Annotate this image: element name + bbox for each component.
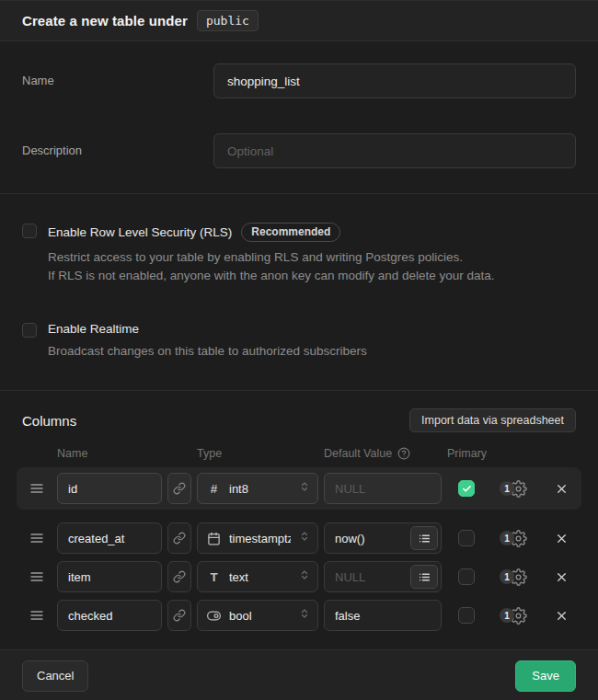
chevron-up-down-icon (299, 531, 310, 545)
column-default-input (325, 474, 441, 503)
column-type-select[interactable]: T text (197, 561, 318, 592)
primary-key-checkbox[interactable] (458, 568, 475, 585)
remove-column-icon[interactable] (555, 570, 569, 584)
rls-toggle-group: Enable Row Level Security (RLS) Recommen… (22, 223, 576, 285)
chevron-up-down-icon (299, 608, 310, 623)
realtime-label: Enable Realtime (48, 322, 139, 336)
column-row-item: T text 1 (22, 557, 576, 596)
chevron-up-down-icon (299, 481, 310, 496)
header-default-value: Default Value (324, 447, 392, 460)
table-name-input[interactable] (213, 63, 576, 98)
name-row: Name (22, 63, 576, 98)
dialog-title: Create a new table under (22, 13, 188, 29)
settings-count-badge: 1 (500, 569, 514, 584)
table-info-section: Name Description (0, 41, 598, 194)
header-name: Name (57, 447, 162, 460)
column-default-input[interactable] (325, 562, 410, 591)
column-type-select[interactable]: # int8 (197, 473, 318, 504)
rls-description: Restrict access to your table by enablin… (48, 248, 576, 285)
column-type-select[interactable]: timestamptz (197, 522, 318, 554)
calendar-icon (207, 532, 221, 545)
drag-handle-icon[interactable] (29, 569, 44, 584)
column-row-created-at: timestamptz 1 (22, 519, 576, 557)
foreign-key-link-icon[interactable] (167, 522, 191, 554)
table-options-section: Enable Row Level Security (RLS) Recommen… (0, 194, 598, 391)
drag-handle-icon[interactable] (29, 608, 44, 623)
hash-icon: # (207, 482, 221, 496)
settings-count-badge: 1 (500, 481, 514, 496)
default-suggestions-icon[interactable] (410, 565, 438, 589)
column-name-input[interactable] (57, 561, 162, 592)
realtime-toggle-group: Enable Realtime Broadcast changes on thi… (22, 322, 576, 361)
dialog-footer: Cancel Save (0, 649, 598, 700)
cancel-button[interactable]: Cancel (22, 660, 88, 692)
dialog-header: Create a new table under public (0, 1, 598, 41)
drag-handle-icon[interactable] (29, 531, 44, 545)
primary-key-checkbox[interactable] (458, 480, 475, 497)
column-name-input[interactable] (57, 600, 162, 631)
description-row: Description (22, 133, 576, 168)
header-primary: Primary (447, 447, 486, 460)
column-default-input[interactable] (325, 601, 441, 630)
column-name-input[interactable] (57, 522, 162, 554)
columns-table-header: Name Type Default Value Primary (22, 447, 576, 460)
remove-column-icon[interactable] (555, 482, 569, 496)
primary-key-checkbox[interactable] (458, 607, 475, 624)
column-type-select[interactable]: bool (197, 600, 318, 631)
column-row-id: # int8 1 (17, 467, 581, 510)
text-type-icon: T (207, 570, 221, 584)
chevron-up-down-icon (299, 569, 310, 584)
save-button[interactable]: Save (515, 660, 576, 692)
remove-column-icon[interactable] (555, 532, 569, 545)
settings-count-badge: 1 (500, 608, 514, 623)
remove-column-icon[interactable] (555, 609, 569, 623)
table-description-input[interactable] (213, 133, 576, 168)
rls-checkbox[interactable] (22, 224, 37, 238)
foreign-key-link-icon[interactable] (167, 600, 191, 631)
rls-label: Enable Row Level Security (RLS) (48, 225, 232, 239)
toggle-icon (207, 609, 221, 623)
column-name-input[interactable] (57, 473, 162, 504)
drag-handle-icon[interactable] (29, 481, 44, 496)
description-label: Description (22, 133, 213, 157)
header-type: Type (197, 447, 318, 460)
create-table-dialog: Create a new table under public Name Des… (0, 0, 598, 700)
columns-section: Columns Import data via spreadsheet Name… (0, 391, 598, 649)
foreign-key-link-icon[interactable] (167, 561, 191, 592)
recommended-badge: Recommended (241, 223, 340, 242)
primary-key-checkbox[interactable] (458, 530, 475, 546)
column-default-input[interactable] (325, 523, 410, 553)
default-suggestions-icon[interactable] (410, 526, 438, 550)
schema-badge: public (197, 10, 259, 31)
settings-count-badge: 1 (500, 531, 514, 545)
realtime-checkbox[interactable] (22, 323, 37, 338)
name-label: Name (22, 63, 213, 87)
realtime-description: Broadcast changes on this table to autho… (48, 342, 576, 361)
help-circle-icon[interactable] (397, 447, 410, 460)
columns-title: Columns (22, 413, 76, 429)
foreign-key-link-icon[interactable] (167, 473, 191, 504)
import-spreadsheet-button[interactable]: Import data via spreadsheet (409, 408, 576, 432)
column-row-checked: bool 1 (22, 596, 576, 635)
